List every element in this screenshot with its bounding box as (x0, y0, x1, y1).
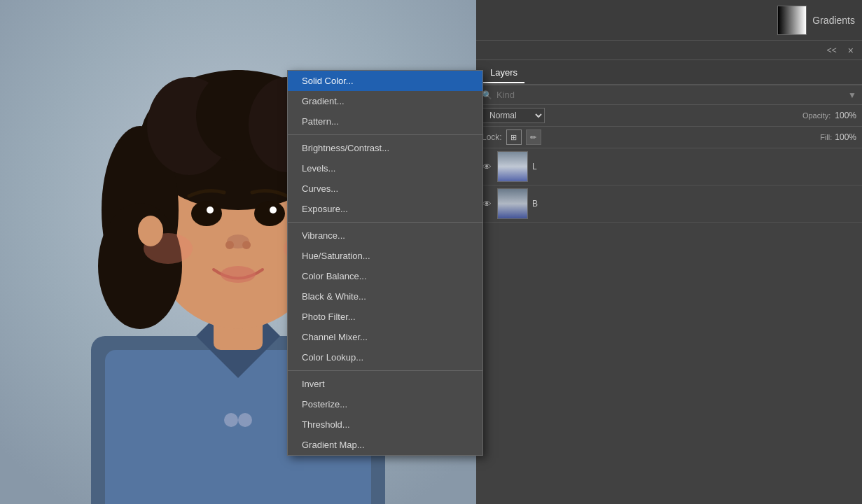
opacity-label: Opacity: (802, 111, 830, 120)
svg-point-21 (225, 241, 234, 249)
opacity-value: 100% (835, 111, 856, 120)
svg-point-18 (207, 206, 214, 214)
close-button[interactable]: × (845, 43, 856, 57)
layer-thumbnail (497, 151, 528, 182)
svg-point-19 (270, 206, 277, 214)
dropdown-item-vibrance[interactable]: Vibrance... (288, 225, 482, 246)
svg-point-4 (224, 413, 238, 427)
dropdown-item-color-lookup[interactable]: Color Lookup... (288, 347, 482, 368)
svg-point-22 (242, 241, 251, 249)
blend-mode-row: Normal Multiply Screen Overlay Opacity: … (476, 105, 862, 127)
dropdown-item-black-white[interactable]: Black & White... (288, 286, 482, 307)
fill-row: Fill: 100% (820, 132, 856, 142)
dropdown-item-pattern[interactable]: Pattern... (288, 111, 482, 132)
dropdown-item-channel-mixer[interactable]: Channel Mixer... (288, 327, 482, 347)
dropdown-item-posterize[interactable]: Posterize... (288, 394, 482, 414)
gradient-swatch (777, 6, 807, 35)
adjustment-layer-dropdown: Solid Color...Gradient...Pattern...Brigh… (287, 70, 483, 456)
opacity-row: Opacity: 100% (802, 111, 856, 120)
dropdown-item-curves[interactable]: Curves... (288, 178, 482, 199)
dropdown-item-gradient-map[interactable]: Gradient Map... (288, 435, 482, 455)
search-icon: 🔍 (482, 90, 492, 100)
kind-search-input[interactable] (496, 90, 844, 100)
dropdown-item-exposure[interactable]: Exposure... (288, 199, 482, 219)
layers-panel: Layers 🔍 ▼ Normal Multiply Screen Overla… (476, 60, 862, 504)
svg-point-23 (221, 266, 256, 283)
svg-point-26 (138, 216, 163, 246)
layer-item[interactable]: 👁 L (476, 148, 862, 186)
dropdown-separator (288, 134, 482, 135)
collapse-button[interactable]: << (824, 44, 840, 57)
svg-point-5 (238, 413, 252, 427)
layers-search-row: 🔍 ▼ (476, 85, 862, 105)
fill-value: 100% (835, 132, 856, 142)
dropdown-separator (288, 370, 482, 371)
dropdown-item-solid-color[interactable]: Solid Color... (288, 71, 482, 91)
layer-item[interactable]: 👁 B (476, 186, 862, 223)
layer-name: B (532, 199, 858, 209)
layer-thumbnail (497, 188, 528, 219)
dropdown-item-color-balance[interactable]: Color Balance... (288, 266, 482, 286)
lock-row: Lock: ⊞ ✏ Fill: 100% (476, 127, 862, 148)
gradients-panel: Gradients (777, 6, 855, 35)
panel-controls: << × (476, 41, 862, 60)
layer-name: L (532, 162, 858, 172)
lock-label: Lock: (482, 132, 502, 142)
dropdown-item-hue-saturation[interactable]: Hue/Saturation... (288, 246, 482, 266)
dropdown-item-threshold[interactable]: Threshold... (288, 414, 482, 435)
tab-layers[interactable]: Layers (483, 63, 524, 83)
svg-point-16 (191, 201, 222, 226)
blend-mode-select[interactable]: Normal Multiply Screen Overlay (482, 108, 545, 123)
dropdown-separator (288, 222, 482, 223)
gradients-label: Gradients (812, 15, 855, 26)
lock-position-icon[interactable]: ✏ (526, 130, 541, 145)
layers-tabs: Layers (476, 60, 862, 85)
svg-point-14 (98, 203, 182, 329)
dropdown-item-gradient[interactable]: Gradient... (288, 91, 482, 111)
lock-pixels-icon[interactable]: ⊞ (506, 130, 522, 145)
layers-list: 👁 L 👁 B (476, 148, 862, 504)
filter-icon: ▼ (848, 90, 856, 100)
dropdown-item-levels[interactable]: Levels... (288, 158, 482, 178)
fill-label: Fill: (820, 133, 832, 141)
dropdown-item-brightness-contrast[interactable]: Brightness/Contrast... (288, 138, 482, 158)
right-panel: Gradients << × Layers 🔍 ▼ Normal (476, 0, 862, 504)
svg-point-17 (254, 201, 285, 226)
top-header: Gradients (476, 0, 862, 41)
dropdown-item-photo-filter[interactable]: Photo Filter... (288, 307, 482, 327)
dropdown-item-invert[interactable]: Invert (288, 374, 482, 394)
